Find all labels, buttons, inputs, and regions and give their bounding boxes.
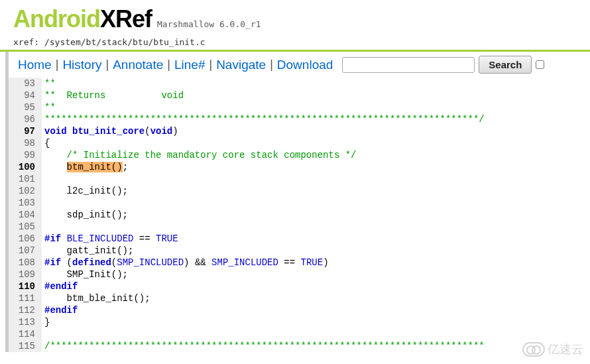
code-content: ** xyxy=(42,78,56,90)
nav-sep: | xyxy=(167,58,170,72)
nav-sep: | xyxy=(106,58,109,72)
line-number[interactable]: 114 xyxy=(9,328,42,340)
code-line[interactable]: 103 xyxy=(9,197,590,209)
code-line[interactable]: 94** Returns void xyxy=(9,90,590,101)
line-number[interactable]: 110 xyxy=(9,280,42,292)
nav-sep: | xyxy=(270,58,273,72)
code-line[interactable]: 96**************************************… xyxy=(9,113,590,125)
line-number[interactable]: 115 xyxy=(9,340,42,352)
code-line[interactable]: 114 xyxy=(9,328,590,340)
code-content: /* Initialize the mandatory core stack c… xyxy=(42,149,356,161)
line-number[interactable]: 109 xyxy=(9,269,42,280)
code-line[interactable]: 98{ xyxy=(9,137,590,149)
path-prefix: xref: xyxy=(13,37,44,47)
line-number[interactable]: 105 xyxy=(9,221,42,233)
code-content: #if BLE_INCLUDED == TRUE xyxy=(42,233,178,245)
code-content: #endif xyxy=(42,304,78,316)
watermark: 亿速云 xyxy=(522,341,583,352)
line-number[interactable]: 107 xyxy=(9,245,42,257)
code-line[interactable]: 106#if BLE_INCLUDED == TRUE xyxy=(9,233,590,245)
code-content: /***************************************… xyxy=(42,340,485,352)
line-number[interactable]: 111 xyxy=(9,292,42,304)
code-line[interactable]: 105 xyxy=(9,221,590,233)
search-checkbox[interactable] xyxy=(536,60,544,69)
nav-history[interactable]: History xyxy=(62,58,101,72)
nav-sep: | xyxy=(209,58,212,72)
code-line[interactable]: 115/************************************… xyxy=(9,340,590,352)
line-number[interactable]: 100 xyxy=(9,161,42,173)
nav-annotate[interactable]: Annotate xyxy=(113,58,163,72)
nav-download[interactable]: Download xyxy=(277,58,333,72)
code-line[interactable]: 109 SMP_Init(); xyxy=(9,269,590,280)
code-content xyxy=(42,221,44,233)
nav-home[interactable]: Home xyxy=(18,58,52,72)
content-area: Home | History | Annotate | Line# | Navi… xyxy=(5,52,590,352)
line-number[interactable]: 102 xyxy=(9,185,42,197)
logo-version: Marshmallow 6.0.0_r1 xyxy=(157,19,261,29)
breadcrumb: xref: /system/bt/stack/btu/btu_init.c xyxy=(0,36,590,52)
code-line[interactable]: 95** xyxy=(9,101,590,113)
line-number[interactable]: 108 xyxy=(9,257,42,269)
code-content: sdp_init(); xyxy=(42,209,128,221)
line-number[interactable]: 103 xyxy=(9,197,42,209)
line-number[interactable]: 95 xyxy=(9,101,42,113)
line-number[interactable]: 93 xyxy=(9,78,42,90)
logo-xref: XRef xyxy=(100,5,152,33)
line-number[interactable]: 112 xyxy=(9,304,42,316)
code-line[interactable]: 100 btm_init(); xyxy=(9,161,590,173)
code-content xyxy=(42,173,44,185)
code-content: ****************************************… xyxy=(42,113,485,125)
code-content: SMP_Init(); xyxy=(42,269,128,280)
path-value[interactable]: /system/bt/stack/btu/btu_init.c xyxy=(44,37,206,47)
code-line[interactable]: 113} xyxy=(9,316,590,328)
code-content: l2c_init(); xyxy=(42,185,128,197)
code-content: btm_ble_init(); xyxy=(42,292,150,304)
nav-line[interactable]: Line# xyxy=(174,58,206,72)
code-line[interactable]: 107 gatt_init(); xyxy=(9,245,590,257)
code-content: gatt_init(); xyxy=(42,245,133,257)
code-line[interactable]: 110#endif xyxy=(9,280,590,292)
toolbar: Home | History | Annotate | Line# | Navi… xyxy=(9,52,590,78)
line-number[interactable]: 94 xyxy=(9,90,42,101)
line-number[interactable]: 98 xyxy=(9,137,42,149)
line-number[interactable]: 99 xyxy=(9,149,42,161)
code-content: ** xyxy=(42,101,56,113)
code-line[interactable]: 111 btm_ble_init(); xyxy=(9,292,590,304)
line-number[interactable]: 96 xyxy=(9,113,42,125)
logo[interactable]: Android XRef Marshmallow 6.0.0_r1 xyxy=(13,5,577,33)
code-line[interactable]: 99 /* Initialize the mandatory core stac… xyxy=(9,149,590,161)
search-input[interactable] xyxy=(342,57,475,73)
line-number[interactable]: 101 xyxy=(9,173,42,185)
code-line[interactable]: 108#if (defined(SMP_INCLUDED) && SMP_INC… xyxy=(9,257,590,269)
code-line[interactable]: 101 xyxy=(9,173,590,185)
line-number[interactable]: 106 xyxy=(9,233,42,245)
code-content: #if (defined(SMP_INCLUDED) && SMP_INCLUD… xyxy=(42,257,329,269)
watermark-icon xyxy=(522,342,545,352)
code-line[interactable]: 93** xyxy=(9,78,590,90)
code-viewer[interactable]: 93**94** Returns void95**96*************… xyxy=(9,78,590,352)
code-line[interactable]: 104 sdp_init(); xyxy=(9,209,590,221)
code-content xyxy=(42,197,44,209)
code-line[interactable]: 97void btu_init_core(void) xyxy=(9,125,590,137)
code-content: } xyxy=(42,316,50,328)
nav-sep: | xyxy=(56,58,59,72)
code-line[interactable]: 102 l2c_init(); xyxy=(9,185,590,197)
logo-android: Android xyxy=(13,5,100,33)
code-content: ** Returns void xyxy=(42,90,184,101)
code-content xyxy=(42,328,44,340)
code-line[interactable]: 112#endif xyxy=(9,304,590,316)
line-number[interactable]: 113 xyxy=(9,316,42,328)
watermark-text: 亿速云 xyxy=(548,341,583,352)
code-content: void btu_init_core(void) xyxy=(42,125,178,137)
header: Android XRef Marshmallow 6.0.0_r1 xyxy=(0,0,590,36)
code-content: btm_init(); xyxy=(42,161,128,173)
code-content: #endif xyxy=(42,280,78,292)
nav-navigate[interactable]: Navigate xyxy=(216,58,266,72)
line-number[interactable]: 97 xyxy=(9,125,42,137)
code-content: { xyxy=(42,137,50,149)
search-button[interactable]: Search xyxy=(479,56,532,74)
line-number[interactable]: 104 xyxy=(9,209,42,221)
